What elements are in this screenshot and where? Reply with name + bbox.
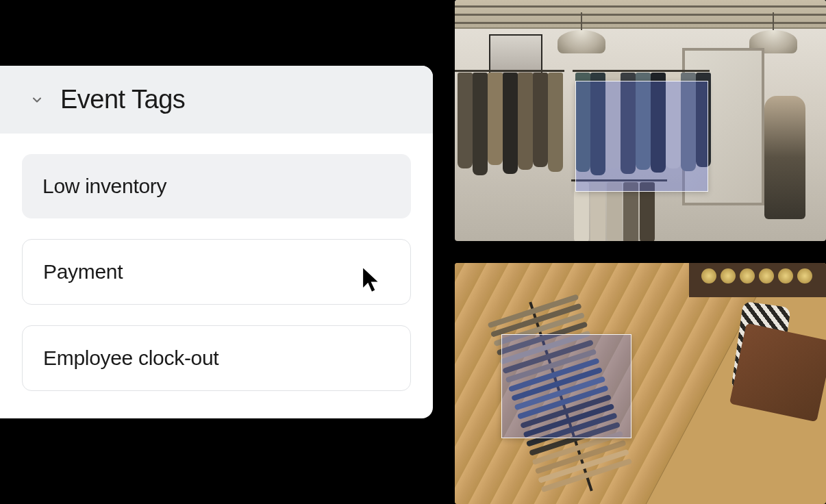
detection-overlay [575, 81, 708, 192]
tag-item-payment[interactable]: Payment [22, 239, 411, 305]
detection-overlay [501, 334, 631, 438]
cursor-icon [362, 267, 382, 294]
chevron-down-icon [30, 93, 44, 107]
camera-thumbnail-store[interactable] [455, 0, 826, 241]
event-tags-panel: Event Tags Low inventory Payment Employe… [0, 66, 433, 418]
panel-header[interactable]: Event Tags [0, 66, 433, 134]
panel-title: Event Tags [60, 85, 185, 114]
camera-thumbnail-overhead[interactable] [455, 263, 826, 504]
tag-item-employee-clock-out[interactable]: Employee clock-out [22, 325, 411, 391]
tag-item-low-inventory[interactable]: Low inventory [22, 154, 411, 218]
